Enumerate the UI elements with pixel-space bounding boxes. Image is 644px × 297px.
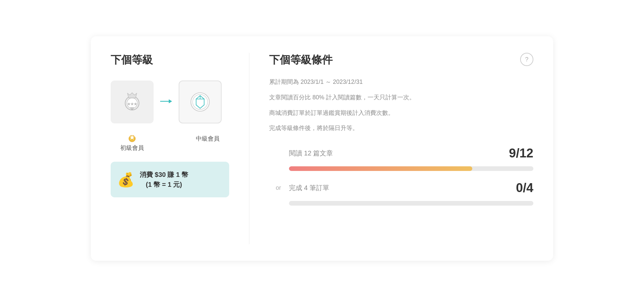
next-tier-icon-box	[179, 81, 222, 123]
star-badge-icon	[127, 133, 137, 143]
next-tier-label: 中級會員	[186, 133, 229, 143]
reward-text: 消費 $30 賺 1 幣 (1 幣 = 1 元)	[140, 170, 188, 189]
condition1-progress-bar	[289, 166, 533, 171]
info-orders: 商城消費訂單於訂單過鑑賞期後計入消費次數。	[269, 108, 533, 118]
right-title: 下個等級條件	[269, 53, 533, 67]
info-upgrade: 完成等級條件後，將於隔日升等。	[269, 123, 533, 133]
condition2-progress-bar	[289, 201, 533, 206]
tier-arrow	[160, 98, 172, 106]
or-label: or	[269, 184, 282, 191]
svg-marker-6	[169, 99, 172, 103]
condition2-value: 0/4	[494, 181, 533, 195]
info-reading: 文章閱讀百分比 80% 計入閱讀篇數，一天只計算一次。	[269, 93, 533, 102]
reward-icon: 💰	[117, 172, 134, 188]
condition2-row: or 完成 4 筆訂單 0/4	[269, 181, 533, 195]
conditions-area: 閱讀 12 篇文章 9/12 or 完成 4 筆訂單 0/4	[269, 146, 533, 206]
current-tier-label: 初級會員	[111, 133, 154, 152]
left-title: 下個等級	[111, 53, 229, 67]
condition1-row: 閱讀 12 篇文章 9/12	[269, 146, 533, 160]
info-period: 累計期間為 2023/1/1 ～ 2023/12/31	[269, 77, 533, 87]
main-card: 下個等級 ★★★	[91, 36, 553, 261]
left-panel: 下個等級 ★★★	[111, 53, 249, 244]
reward-box: 💰 消費 $30 賺 1 幣 (1 幣 = 1 元)	[111, 162, 229, 197]
condition1-value: 9/12	[494, 146, 533, 160]
help-icon: ?	[525, 56, 528, 63]
diamond-icon	[189, 90, 212, 114]
help-button[interactable]: ?	[520, 53, 533, 66]
medal-icon: ★★★	[121, 90, 144, 114]
svg-rect-4	[131, 109, 133, 110]
current-tier-name: 初級會員	[120, 144, 144, 152]
svg-text:★★★: ★★★	[127, 102, 137, 106]
condition2-label: 完成 4 筆訂單	[289, 183, 494, 192]
tier-icons: ★★★	[111, 81, 229, 123]
svg-rect-3	[130, 107, 134, 109]
condition1-label: 閱讀 12 篇文章	[269, 149, 494, 158]
current-tier-icon-box: ★★★	[111, 81, 154, 123]
condition1-progress-fill	[289, 166, 472, 171]
next-tier-name: 中級會員	[196, 135, 220, 143]
right-panel: 下個等級條件 累計期間為 2023/1/1 ～ 2023/12/31 文章閱讀百…	[249, 53, 533, 244]
